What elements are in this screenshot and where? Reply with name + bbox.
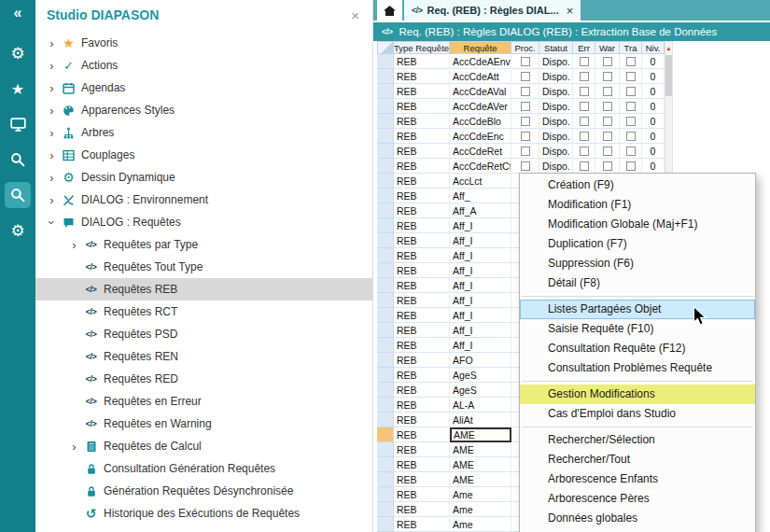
menu-item-cas-d-emploi-dans-studio[interactable]: Cas d'Emploi dans Studio bbox=[520, 404, 755, 424]
request-cell[interactable]: Aff_I bbox=[450, 278, 511, 293]
request-cell[interactable]: AME bbox=[450, 427, 511, 442]
war-cell[interactable] bbox=[595, 54, 620, 69]
tab-home[interactable] bbox=[377, 0, 402, 21]
scroll-up-icon[interactable]: ▲ bbox=[665, 42, 671, 54]
tra-cell[interactable] bbox=[620, 114, 642, 129]
menu-item-listes-partag-es-objet[interactable]: Listes Partagées Objet bbox=[520, 300, 755, 319]
chevron-down-icon[interactable]: › bbox=[46, 216, 58, 230]
statut-cell[interactable]: Dispo. bbox=[539, 129, 573, 144]
proc-checkbox[interactable] bbox=[521, 132, 530, 141]
tra-checkbox[interactable] bbox=[626, 72, 636, 81]
proc-cell[interactable] bbox=[511, 114, 539, 129]
row-selector[interactable] bbox=[377, 159, 394, 174]
proc-checkbox[interactable] bbox=[521, 87, 530, 96]
tree-item-requ-tes-de-calcul[interactable]: ›Requêtes de Calcul bbox=[35, 435, 372, 457]
column-header-statut[interactable]: Statut bbox=[539, 41, 573, 54]
tree-item-dialog-requ-tes[interactable]: ›DIALOG : Requêtes bbox=[35, 211, 372, 233]
request-cell[interactable]: AliAt bbox=[450, 413, 511, 427]
type-cell[interactable]: REB bbox=[394, 487, 450, 502]
err-checkbox[interactable] bbox=[580, 161, 589, 171]
menu-item-arborescence-enfants[interactable]: Arborescence Enfants bbox=[520, 469, 755, 489]
proc-checkbox[interactable] bbox=[521, 117, 530, 126]
tree-item-requ-tes-en-erreur[interactable]: </>Requêtes en Erreur bbox=[35, 390, 372, 413]
row-selector[interactable] bbox=[377, 353, 394, 368]
row-selector[interactable] bbox=[377, 502, 394, 517]
menu-item-saisie-requ-te-f10[interactable]: Saisie Requête (F10) bbox=[520, 319, 755, 339]
type-cell[interactable]: REB bbox=[394, 99, 450, 114]
row-selector[interactable] bbox=[377, 203, 394, 218]
request-cell[interactable]: AccCdeAtt bbox=[450, 69, 511, 84]
type-cell[interactable]: REB bbox=[394, 144, 450, 159]
select-all-header[interactable] bbox=[377, 41, 394, 54]
proc-checkbox[interactable] bbox=[521, 147, 530, 156]
request-cell[interactable]: Aff_ bbox=[450, 189, 511, 203]
table-row-2[interactable]: REBAccCdeAttDispo.0 bbox=[377, 69, 665, 84]
request-cell[interactable]: AccCdeEnc bbox=[450, 129, 511, 144]
war-cell[interactable] bbox=[595, 129, 620, 144]
row-selector[interactable] bbox=[377, 368, 394, 383]
err-cell[interactable] bbox=[573, 114, 595, 129]
request-cell[interactable]: Aff_A bbox=[450, 203, 511, 218]
favorites-button[interactable]: ★ bbox=[5, 76, 31, 102]
tree-item-dialog-environnement[interactable]: ›DIALOG : Environnement bbox=[35, 189, 372, 211]
tree-item-requ-tes-reb[interactable]: </>Requêtes REB bbox=[35, 278, 372, 301]
chevron-right-icon[interactable]: › bbox=[67, 441, 81, 453]
menu-item-arborescence-p-res[interactable]: Arborescence Pères bbox=[520, 489, 755, 509]
tra-cell[interactable] bbox=[620, 129, 642, 144]
column-header-proc[interactable]: Proc. bbox=[511, 41, 539, 54]
proc-cell[interactable] bbox=[511, 129, 539, 144]
type-cell[interactable]: REB bbox=[394, 338, 450, 353]
scrollbar-thumb[interactable] bbox=[665, 55, 672, 96]
column-header-niv[interactable]: Niv. bbox=[642, 41, 665, 54]
niv-cell[interactable]: 0 bbox=[642, 144, 665, 159]
proc-checkbox[interactable] bbox=[521, 57, 530, 66]
err-checkbox[interactable] bbox=[580, 102, 589, 111]
tree-item-requ-tes-par-type[interactable]: ›</>Requêtes par Type bbox=[35, 233, 372, 256]
menu-item-modification-f1[interactable]: Modification (F1) bbox=[520, 195, 755, 215]
war-checkbox[interactable] bbox=[603, 147, 612, 156]
collapse-sidebar-button[interactable]: « bbox=[14, 5, 22, 25]
err-cell[interactable] bbox=[573, 144, 595, 159]
tree-item-consultation-g-n-ration-requ-tes[interactable]: Consultation Génération Requêtes bbox=[35, 457, 372, 480]
chevron-right-icon[interactable]: › bbox=[45, 194, 59, 206]
column-header-type-requ-te[interactable]: Type Requête bbox=[394, 41, 450, 54]
tree-item-g-n-ration-requ-tes-d-synchronis-e[interactable]: Génération Requêtes Désynchronisée bbox=[35, 480, 372, 502]
row-selector[interactable] bbox=[377, 174, 394, 189]
row-selector[interactable] bbox=[377, 413, 394, 427]
err-cell[interactable] bbox=[573, 159, 595, 174]
request-cell[interactable]: AgeS bbox=[450, 368, 511, 383]
war-checkbox[interactable] bbox=[603, 161, 612, 171]
type-cell[interactable]: REB bbox=[394, 129, 450, 144]
type-cell[interactable]: REB bbox=[394, 383, 450, 398]
proc-cell[interactable] bbox=[511, 144, 539, 159]
type-cell[interactable]: REB bbox=[394, 308, 450, 323]
row-selector[interactable] bbox=[377, 114, 394, 129]
war-checkbox[interactable] bbox=[603, 87, 612, 96]
type-cell[interactable]: REB bbox=[394, 159, 450, 174]
type-cell[interactable]: REB bbox=[394, 248, 450, 263]
type-cell[interactable]: REB bbox=[394, 293, 450, 308]
row-selector[interactable] bbox=[377, 189, 394, 203]
row-selector[interactable] bbox=[377, 457, 394, 472]
tra-cell[interactable] bbox=[620, 54, 642, 69]
sidebar-close-icon[interactable]: × bbox=[351, 8, 359, 22]
menu-item-d-tail-f8[interactable]: Détail (F8) bbox=[520, 273, 755, 293]
type-cell[interactable]: REB bbox=[394, 457, 450, 472]
table-row-4[interactable]: REBAccCdeAVerDispo.0 bbox=[377, 99, 665, 114]
row-selector[interactable] bbox=[377, 263, 394, 278]
err-checkbox[interactable] bbox=[580, 57, 589, 66]
tra-cell[interactable] bbox=[620, 69, 642, 84]
request-cell[interactable]: Ame bbox=[450, 502, 511, 517]
proc-checkbox[interactable] bbox=[521, 161, 530, 171]
tree-item-couplages[interactable]: ›Couplages bbox=[35, 144, 372, 166]
request-cell[interactable]: AFO bbox=[450, 353, 511, 368]
war-checkbox[interactable] bbox=[603, 102, 612, 111]
row-selector[interactable] bbox=[377, 472, 394, 487]
statut-cell[interactable]: Dispo. bbox=[539, 69, 573, 84]
row-selector[interactable] bbox=[377, 293, 394, 308]
explorer-button[interactable] bbox=[5, 182, 31, 208]
chevron-right-icon[interactable]: › bbox=[45, 60, 59, 72]
menu-item-rechercher-tout[interactable]: Rechercher/Tout bbox=[520, 450, 755, 469]
menu-item-suppression-f6[interactable]: Suppression (F6) bbox=[520, 254, 755, 273]
type-cell[interactable]: REB bbox=[394, 114, 450, 129]
